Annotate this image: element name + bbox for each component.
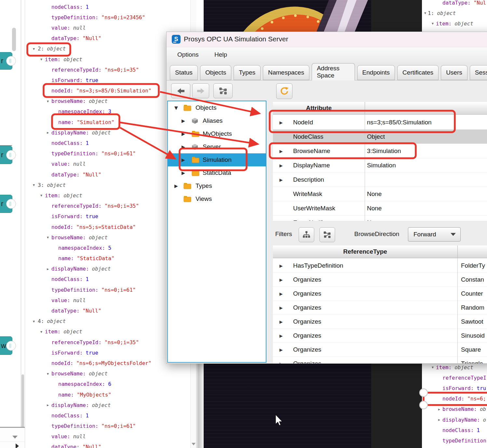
back-button[interactable] — [171, 83, 190, 98]
block-r[interactable]: r — [0, 195, 12, 213]
attribute-row-nodeid[interactable]: ▶NodeIdns=3;s=85/0:Simulation — [273, 115, 487, 130]
tab-certificates[interactable]: Certificates — [397, 65, 439, 80]
expand-icon[interactable]: ▶ — [279, 277, 283, 282]
tab-sess[interactable]: Sess — [470, 65, 487, 80]
column-divider[interactable] — [457, 258, 458, 363]
expand-icon[interactable]: ▶ — [279, 361, 283, 364]
block-r[interactable]: r — [0, 52, 12, 70]
json-value: object — [89, 234, 108, 241]
json-line-browseName: ▾browseName:object — [25, 96, 191, 106]
dropdown-arrow-icon[interactable] — [12, 436, 18, 439]
collapse-icon[interactable]: ▾ — [47, 235, 49, 240]
collapse-icon[interactable]: ▾ — [424, 11, 426, 15]
expand-icon[interactable]: ▶ — [182, 118, 185, 123]
titlebar[interactable]: S Prosys OPC UA Simulation Server — [167, 32, 487, 47]
expand-icon[interactable]: ▶ — [182, 144, 185, 149]
attribute-row-description[interactable]: ▶Description — [273, 173, 487, 187]
tab-address-space[interactable]: Address Space — [312, 63, 355, 80]
collapse-icon[interactable]: ▼ — [174, 105, 178, 110]
collapse-icon[interactable]: ▾ — [40, 57, 42, 62]
expand-icon[interactable]: ▶ — [174, 183, 178, 189]
collapse-icon[interactable]: ▾ — [33, 319, 35, 324]
collapse-icon[interactable]: ▾ — [432, 21, 434, 26]
reference-type-column-header[interactable]: ReferenceType — [273, 245, 457, 258]
attributes-table: Attribute ▶NodeIdns=3;s=85/0:SimulationN… — [273, 102, 487, 221]
graph-filter-button[interactable] — [319, 227, 335, 242]
attribute-row-userwritemask[interactable]: UserWriteMaskNone — [273, 201, 487, 216]
tree-item-server[interactable]: ▶Server — [168, 140, 266, 153]
collapse-icon[interactable]: ▾ — [33, 47, 35, 51]
expand-icon[interactable]: ▶ — [279, 163, 283, 168]
tree-item-types[interactable]: ▶Types — [168, 179, 266, 192]
expand-icon[interactable]: ▶ — [182, 157, 185, 162]
expand-arrow-icon[interactable] — [16, 443, 19, 448]
reference-row-organizes[interactable]: ▶OrganizesSquare — [273, 343, 487, 357]
tree-item-objects[interactable]: ▼Objects — [168, 101, 266, 114]
expand-icon[interactable]: ▶ — [279, 177, 283, 182]
browse-direction-dropdown[interactable]: Forward — [408, 227, 461, 242]
menu-options[interactable]: Options — [175, 47, 200, 62]
attribute-row-eventnotifier[interactable]: EventNotifierNone — [273, 216, 487, 221]
expand-icon[interactable]: ▶ — [279, 291, 283, 296]
tab-users[interactable]: Users — [441, 65, 467, 80]
expand-icon[interactable]: ▶ — [279, 319, 283, 324]
collapse-icon[interactable]: ▾ — [40, 329, 42, 334]
tab-namespaces[interactable]: Namespaces — [263, 65, 309, 80]
expand-icon[interactable]: ▶ — [279, 148, 283, 153]
expand-icon[interactable]: ▸ — [47, 403, 49, 407]
collapse-icon[interactable]: ▾ — [40, 193, 42, 198]
attribute-row-displayname[interactable]: ▶DisplayNameSimulation — [273, 158, 487, 173]
forward-button[interactable] — [192, 83, 209, 98]
attribute-row-writemask[interactable]: WriteMaskNone — [273, 187, 487, 201]
scroll-down-icon[interactable] — [192, 443, 196, 445]
expand-icon[interactable]: ▶ — [279, 263, 283, 268]
expand-icon[interactable]: ▶ — [279, 120, 283, 125]
tree-item-aliases[interactable]: ▶Aliases — [168, 114, 266, 127]
reference-row-organizes[interactable]: ▶OrganizesTriangle — [273, 357, 487, 363]
tab-objects[interactable]: Objects — [200, 65, 231, 80]
tab-endpoints[interactable]: Endpoints — [357, 65, 395, 80]
expand-icon[interactable]: ▶ — [182, 131, 185, 136]
block-r[interactable]: r — [0, 146, 12, 164]
left-scrollbar-thumb-2[interactable] — [21, 374, 24, 435]
reference-row-organizes[interactable]: ▶OrganizesSawtoot — [273, 315, 487, 329]
expand-icon[interactable]: ▶ — [279, 347, 283, 352]
expand-icon[interactable]: ▶ — [279, 333, 283, 338]
expand-icon[interactable]: ▸ — [438, 417, 440, 422]
collapse-icon[interactable]: ▾ — [47, 99, 49, 104]
expand-icon[interactable]: ▸ — [47, 267, 49, 271]
json-key: dataType: — [442, 0, 471, 6]
collapse-icon[interactable]: ▾ — [432, 365, 434, 370]
tab-types[interactable]: Types — [234, 65, 261, 80]
expand-icon[interactable]: ▸ — [47, 130, 49, 135]
hierarchy-filter-button[interactable] — [299, 227, 314, 242]
json-value: null — [73, 25, 86, 31]
reference-row-organizes[interactable]: ▶OrganizesRandom — [273, 301, 487, 315]
collapse-icon[interactable]: ▾ — [33, 183, 35, 187]
expand-icon[interactable]: ▶ — [182, 170, 185, 175]
attribute-row-nodeclass[interactable]: NodeClassObject — [273, 130, 487, 144]
json-line-nodeClass: nodeClass:1 — [25, 410, 191, 421]
menu-help[interactable]: Help — [212, 47, 229, 62]
attribute-column-header[interactable]: Attribute — [273, 102, 365, 114]
json-key: displayName: — [442, 417, 480, 423]
expand-icon[interactable]: ▸ — [438, 407, 440, 412]
reference-row-hastypedefinition[interactable]: ▶HasTypeDefinitionFolderTy — [273, 259, 487, 273]
tree-item-staticdata[interactable]: ▶StaticData — [168, 166, 266, 179]
graph-view-button[interactable] — [213, 83, 233, 98]
reference-row-organizes[interactable]: ▶OrganizesSinusoid — [273, 329, 487, 343]
block-wse[interactable]: wse — [0, 336, 12, 355]
tree-item-views[interactable]: Views — [168, 192, 266, 205]
tab-status[interactable]: Status — [170, 65, 198, 80]
reference-row-organizes[interactable]: ▶OrganizesCounter — [273, 287, 487, 301]
attribute-row-browsename[interactable]: ▶BrowseName3:Simulation — [273, 144, 487, 158]
reference-row-organizes[interactable]: ▶OrganizesConstan — [273, 273, 487, 287]
tree-item-myobjects[interactable]: ▶MyObjects — [168, 127, 266, 140]
collapse-icon[interactable]: ▾ — [47, 371, 49, 376]
refresh-button[interactable] — [276, 83, 292, 99]
graph-icon — [323, 231, 331, 238]
expand-icon[interactable]: ▶ — [279, 305, 283, 310]
left-scrollbar-thumb[interactable] — [12, 28, 16, 51]
column-divider[interactable] — [365, 114, 365, 221]
tree-item-simulation[interactable]: ▶Simulation — [168, 153, 266, 166]
